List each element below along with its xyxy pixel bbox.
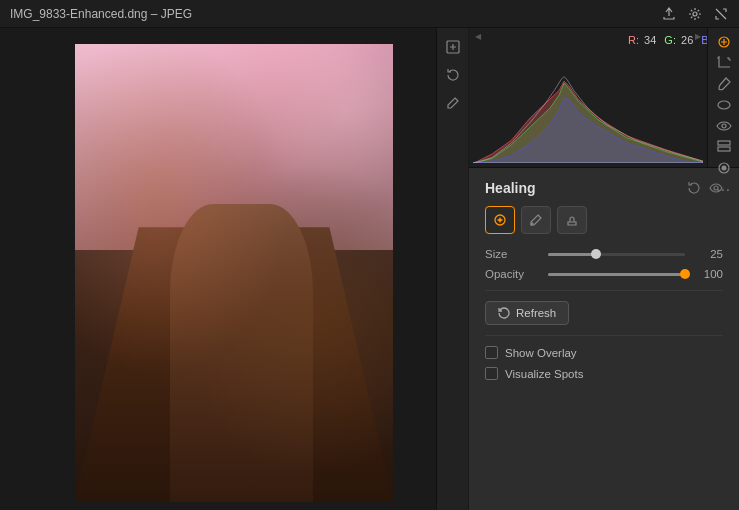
export-icon[interactable]	[661, 6, 677, 22]
size-slider-row: Size 25	[485, 248, 723, 260]
title-actions	[661, 6, 729, 22]
photo	[75, 44, 393, 502]
right-panel: ◀ ▶ R: 34 G: 26 B: 23	[468, 28, 739, 510]
main-layout: ◀ ▶ R: 34 G: 26 B: 23	[0, 28, 739, 510]
format: JPEG	[161, 7, 192, 21]
svg-point-4	[722, 124, 726, 128]
divider-1	[485, 290, 723, 291]
size-track[interactable]	[548, 253, 685, 256]
healing-panel: Healing	[469, 168, 739, 510]
r-stat: R: 34	[628, 34, 656, 46]
show-overlay-checkbox[interactable]	[485, 346, 498, 359]
size-thumb[interactable]	[591, 249, 601, 259]
opacity-track[interactable]	[548, 273, 685, 276]
refresh-label: Refresh	[516, 307, 556, 319]
svg-point-9	[714, 186, 718, 190]
size-value: 25	[693, 248, 723, 260]
svg-point-11	[499, 219, 502, 222]
image-area[interactable]	[0, 28, 468, 510]
settings-icon[interactable]	[687, 6, 703, 22]
visualize-spots-checkbox[interactable]	[485, 367, 498, 380]
size-label: Size	[485, 248, 540, 260]
title-text: IMG_9833-Enhanced.dng – JPEG	[10, 7, 192, 21]
clone-tool-btn[interactable]	[521, 206, 551, 234]
expand-icon[interactable]	[713, 6, 729, 22]
opacity-label: Opacity	[485, 268, 540, 280]
separator: –	[151, 7, 161, 21]
tool-eye[interactable]	[712, 118, 736, 134]
left-toolbar	[436, 28, 468, 510]
title-bar: IMG_9833-Enhanced.dng – JPEG	[0, 0, 739, 28]
svg-rect-5	[718, 141, 730, 145]
tool-crop[interactable]	[712, 55, 736, 71]
edit-icon[interactable]	[442, 92, 464, 114]
tool-radial[interactable]	[712, 97, 736, 113]
filename: IMG_9833-Enhanced.dng	[10, 7, 147, 21]
opacity-value: 100	[693, 268, 723, 280]
heal-tool-btn[interactable]	[485, 206, 515, 234]
show-overlay-label: Show Overlay	[505, 347, 577, 359]
size-fill	[548, 253, 596, 256]
undo-icon[interactable]	[687, 181, 701, 195]
g-stat: G: 26	[664, 34, 693, 46]
healing-header: Healing	[485, 180, 723, 196]
svg-point-12	[531, 223, 533, 225]
healing-title: Healing	[485, 180, 536, 196]
tool-spot-healing[interactable]	[712, 34, 736, 50]
histogram-area: ◀ ▶ R: 34 G: 26 B: 23	[469, 28, 739, 168]
visualize-spots-label: Visualize Spots	[505, 368, 583, 380]
opacity-thumb[interactable]	[680, 269, 690, 279]
opacity-slider-row: Opacity 100	[485, 268, 723, 280]
tool-layers[interactable]	[712, 139, 736, 155]
tool-buttons	[485, 206, 723, 234]
svg-point-0	[693, 12, 697, 16]
show-overlay-row[interactable]: Show Overlay	[485, 346, 723, 359]
hist-arrow-left[interactable]: ◀	[475, 32, 481, 41]
right-toolbar: ···	[707, 28, 739, 167]
visualize-spots-row[interactable]: Visualize Spots	[485, 367, 723, 380]
rotate-icon[interactable]	[442, 64, 464, 86]
refresh-button[interactable]: Refresh	[485, 301, 569, 325]
svg-point-3	[718, 101, 730, 109]
divider-2	[485, 335, 723, 336]
healing-header-icons	[687, 181, 723, 195]
stamp-tool-btn[interactable]	[557, 206, 587, 234]
tool-brush[interactable]	[712, 76, 736, 92]
opacity-fill	[548, 273, 685, 276]
histogram-chart	[473, 63, 703, 163]
zoom-fit-icon[interactable]	[442, 36, 464, 58]
svg-rect-6	[718, 147, 730, 151]
eye-icon[interactable]	[709, 181, 723, 195]
